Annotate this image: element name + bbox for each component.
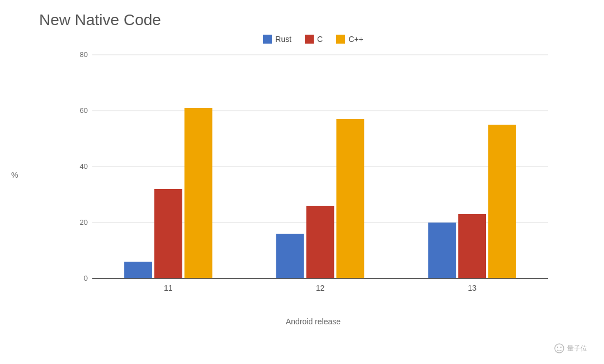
legend-label-c++: C++	[348, 35, 363, 44]
watermark-icon	[554, 343, 565, 354]
bar-12-cpp	[336, 119, 364, 278]
watermark-text: 量子位	[567, 344, 587, 353]
chart-title: New Native Code	[39, 11, 587, 29]
legend-label-c: C	[317, 35, 323, 44]
svg-text:40: 40	[80, 162, 88, 171]
legend-item-c++: C++	[336, 35, 363, 44]
bar-11-rust	[124, 262, 152, 278]
svg-point-16	[560, 347, 561, 348]
bar-13-c	[458, 214, 486, 278]
legend: RustCC++	[39, 35, 587, 44]
legend-color-rust	[263, 35, 272, 44]
legend-item-c: C	[305, 35, 323, 44]
bar-13-cpp	[488, 125, 516, 278]
bar-13-rust	[428, 223, 456, 278]
chart-svg: 020406080111213	[39, 49, 587, 301]
svg-point-15	[557, 347, 558, 348]
chart-container: New Native Code RustCC++ % 0204060801112…	[0, 0, 604, 364]
svg-text:11: 11	[164, 283, 173, 292]
svg-point-14	[555, 344, 564, 353]
bar-12-c	[306, 206, 334, 278]
svg-text:20: 20	[80, 218, 88, 226]
legend-color-c	[305, 35, 314, 44]
chart-area: % 020406080111213 Android release	[39, 49, 587, 301]
bar-11-cpp	[185, 108, 213, 278]
bar-11-c	[154, 189, 182, 278]
legend-item-rust: Rust	[263, 35, 291, 44]
legend-label-rust: Rust	[275, 35, 291, 44]
legend-color-c++	[336, 35, 345, 44]
bar-12-rust	[276, 234, 304, 278]
svg-text:80: 80	[80, 50, 88, 59]
svg-text:0: 0	[84, 274, 88, 282]
y-axis-label: %	[11, 171, 18, 179]
x-axis-label: Android release	[286, 317, 341, 326]
svg-text:60: 60	[80, 106, 88, 115]
watermark: 量子位	[554, 343, 587, 354]
svg-text:12: 12	[316, 283, 325, 292]
svg-text:13: 13	[468, 283, 476, 292]
